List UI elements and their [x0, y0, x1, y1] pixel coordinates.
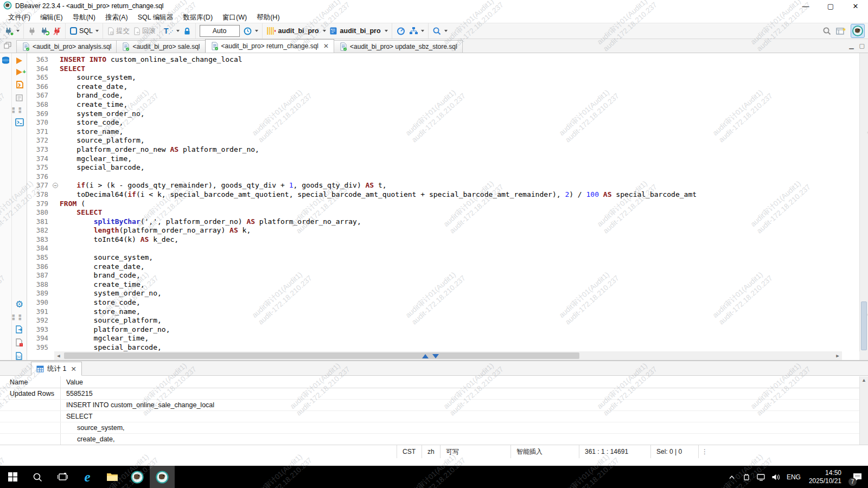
- menu-item-3[interactable]: 搜索(A): [100, 13, 133, 22]
- code-area[interactable]: 363INSERT INTO custom_online_sale_change…: [27, 55, 859, 351]
- menu-item-7[interactable]: 帮助(H): [252, 13, 284, 22]
- settings-gear-icon[interactable]: ⚙: [15, 300, 23, 309]
- editor-tab-3[interactable]: <audit_bi_pro> update_sbz_store.sql: [334, 40, 462, 53]
- close-icon[interactable]: ✕: [71, 365, 76, 373]
- tray-expand-button[interactable]: [725, 466, 739, 488]
- stats-row-2[interactable]: SELECT: [0, 411, 859, 422]
- tray-volume-button[interactable]: [769, 466, 783, 488]
- line-number: 377: [27, 181, 52, 190]
- dbeaver-taskbar-button-active[interactable]: [150, 466, 175, 488]
- dbeaver-perspective-button[interactable]: [851, 24, 865, 38]
- open-perspective-icon[interactable]: [836, 27, 846, 36]
- scroll-right-arrow[interactable]: ▶: [833, 351, 842, 360]
- stats-row-1[interactable]: INSERT INTO custom_online_sale_change_lo…: [0, 400, 859, 411]
- connection-selector[interactable]: audit_bi_pro: [265, 24, 328, 37]
- connect-button[interactable]: [2, 24, 21, 37]
- history-button[interactable]: [241, 24, 260, 37]
- panel-sash-controls[interactable]: [422, 354, 439, 358]
- restore-panel-icon[interactable]: [4, 42, 11, 49]
- panel-vertical-scrollbar[interactable]: ▲: [859, 376, 868, 445]
- maximize-view-icon[interactable]: ▢: [859, 42, 865, 49]
- autocommit-select[interactable]: Auto: [200, 25, 240, 37]
- console-icon[interactable]: [15, 118, 24, 126]
- transaction-log-button[interactable]: T⋰: [162, 24, 181, 37]
- scroll-up-arrow[interactable]: ▲: [861, 377, 866, 445]
- status-write-mode[interactable]: 可写: [441, 445, 511, 458]
- menu-item-2[interactable]: 导航(N): [68, 13, 100, 22]
- menu-item-6[interactable]: 窗口(W): [218, 13, 252, 22]
- status-overflow-menu[interactable]: ⋮: [699, 445, 711, 458]
- tray-display-button[interactable]: [754, 466, 769, 488]
- minimize-button[interactable]: —: [793, 0, 818, 12]
- stats-row-4[interactable]: create_date,: [0, 434, 859, 445]
- error-log-icon[interactable]: !: [15, 338, 23, 347]
- minimize-panel-icon[interactable]: [432, 354, 439, 358]
- stats-row-0[interactable]: Updated Rows5585215: [0, 388, 859, 400]
- menu-item-0[interactable]: 文件(F): [3, 13, 35, 22]
- database-navigator-icon[interactable]: [1, 56, 10, 65]
- invalidate-disconnect-button[interactable]: [51, 24, 63, 37]
- start-button[interactable]: [0, 466, 25, 488]
- editor-left-rail: + ■ ■ ■ ■ ⚙ ■ ■ ■ ■ ! (ω): [12, 53, 27, 360]
- stats-tab[interactable]: 统计 1 ✕: [31, 362, 82, 376]
- reconnect-button[interactable]: [38, 24, 51, 37]
- rail-separator-dots: ■ ■ ■ ■: [12, 107, 27, 113]
- vscroll-thumb[interactable]: [861, 301, 867, 350]
- menu-item-5[interactable]: 数据库(D): [178, 13, 218, 22]
- sql-editor-button[interactable]: SQL: [68, 24, 100, 37]
- file-explorer-button[interactable]: [100, 466, 125, 488]
- language-indicator[interactable]: ENG: [783, 473, 804, 481]
- lock-button[interactable]: [181, 24, 193, 37]
- hscroll-thumb[interactable]: [64, 352, 579, 359]
- variables-doc-icon[interactable]: (ω): [15, 352, 23, 360]
- status-caret-position[interactable]: 361 : 1 : 14691: [579, 445, 651, 458]
- taskbar-search-button[interactable]: [25, 466, 50, 488]
- stats-cell-name: [0, 434, 61, 445]
- close-button[interactable]: ✕: [843, 0, 868, 12]
- line-number: 369: [27, 110, 52, 119]
- close-icon[interactable]: ✕: [323, 42, 329, 50]
- menu-item-1[interactable]: 编辑(E): [35, 13, 68, 22]
- search-button[interactable]: [431, 24, 449, 37]
- code-line: 363INSERT INTO custom_online_sale_change…: [27, 55, 859, 65]
- execute-script-icon[interactable]: [15, 80, 24, 89]
- fold-column: [52, 127, 60, 137]
- editor-horizontal-scrollbar[interactable]: ◀ ▶: [54, 351, 842, 360]
- code-text: source_platform,: [60, 136, 145, 145]
- fold-column: [52, 163, 60, 172]
- stats-row-3[interactable]: source_system,: [0, 422, 859, 434]
- scroll-left-arrow[interactable]: ◀: [54, 351, 63, 360]
- internet-explorer-button[interactable]: e: [75, 466, 100, 488]
- fold-column: [52, 271, 60, 280]
- editor-vertical-scrollbar[interactable]: [859, 53, 868, 351]
- network-button[interactable]: [407, 24, 426, 37]
- beaver-avatar-icon: [852, 25, 864, 37]
- editor-tab-2[interactable]: <audit_bi_pro> return_change.sql✕: [205, 39, 335, 53]
- minimize-view-icon[interactable]: ▁: [849, 42, 853, 49]
- maximize-button[interactable]: ▢: [818, 0, 843, 12]
- maximize-panel-icon[interactable]: [422, 354, 429, 358]
- output-export-icon[interactable]: [15, 325, 23, 333]
- status-lang[interactable]: zh: [422, 445, 441, 458]
- fold-collapse-icon[interactable]: −: [53, 183, 58, 188]
- dbeaver-taskbar-button[interactable]: [125, 466, 150, 488]
- code-line: 367 brand_code,: [27, 91, 859, 100]
- dashboard-button[interactable]: [394, 24, 407, 37]
- task-view-button[interactable]: [50, 466, 75, 488]
- tray-device-button[interactable]: [739, 466, 754, 488]
- notification-center-button[interactable]: 7: [846, 466, 868, 488]
- menu-item-4[interactable]: SQL 编辑器: [133, 13, 178, 22]
- schema-selector[interactable]: audit_bi_pro: [328, 24, 390, 37]
- quick-search-icon[interactable]: [822, 27, 832, 36]
- execute-statement-icon[interactable]: [16, 57, 22, 64]
- sql-editor[interactable]: 363INSERT INTO custom_online_sale_change…: [27, 53, 868, 360]
- status-insert-mode[interactable]: 智能插入: [511, 445, 579, 458]
- explain-plan-icon[interactable]: [15, 94, 23, 102]
- clock[interactable]: 14:50 2025/10/21: [804, 469, 846, 485]
- status-timezone[interactable]: CST: [397, 445, 422, 458]
- execute-new-tab-icon[interactable]: +: [16, 69, 22, 75]
- status-selection[interactable]: Sel: 0 | 0: [651, 445, 699, 458]
- editor-tab-0[interactable]: <audit_bi_pro> analysis.sql: [16, 40, 117, 53]
- code-line: 375 special_barcode,: [27, 163, 859, 172]
- editor-tab-1[interactable]: <audit_bi_pro> sale.sql: [116, 40, 205, 53]
